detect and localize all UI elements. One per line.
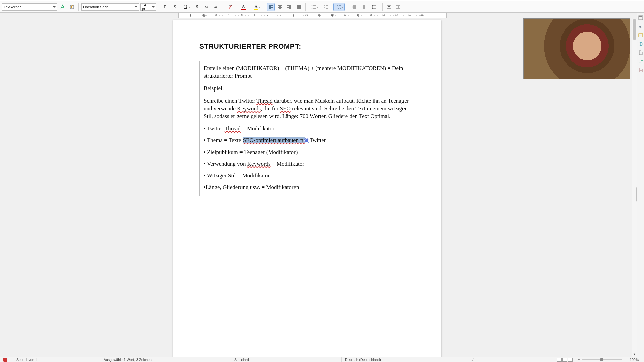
ruler-label: 8 bbox=[280, 13, 281, 16]
ruler-label: 12 bbox=[331, 13, 334, 16]
numbered-list-button[interactable]: 12 bbox=[321, 3, 332, 11]
styles-panel-icon[interactable]: Aa bbox=[638, 23, 644, 29]
text-run: • Witziger Stil = Modifikator bbox=[204, 172, 270, 179]
ruler-label: 4 bbox=[228, 13, 229, 16]
bullet-line[interactable]: • Thema = Texte SEO-optimiert aufbauen f… bbox=[204, 137, 413, 144]
properties-panel-icon[interactable] bbox=[638, 15, 644, 21]
italic-button[interactable]: K bbox=[171, 3, 179, 11]
align-left-button[interactable] bbox=[267, 3, 275, 11]
new-style-icon[interactable] bbox=[68, 3, 76, 11]
navigator-panel-icon[interactable] bbox=[638, 41, 644, 47]
align-center-button[interactable] bbox=[276, 3, 284, 11]
increase-para-spacing-button[interactable] bbox=[385, 3, 393, 11]
page[interactable]: STRUKTURIERTER PROMPT: Erstelle einen (M… bbox=[173, 20, 441, 357]
bullet-line[interactable]: • Twitter Thread = Modifikator bbox=[204, 125, 413, 133]
align-right-button[interactable] bbox=[285, 3, 293, 11]
decrease-indent-button[interactable] bbox=[359, 3, 367, 11]
paragraph[interactable]: Beispiel: bbox=[204, 85, 413, 93]
ruler-label: 9 bbox=[293, 13, 294, 16]
status-insert-mode[interactable] bbox=[452, 357, 466, 362]
ruler-label: 14 bbox=[357, 13, 360, 16]
selected-text: SEO-optimiert aufbauen fü bbox=[243, 137, 305, 143]
frame-corner-icon bbox=[195, 59, 199, 64]
clear-formatting-button[interactable] bbox=[225, 3, 236, 11]
font-size-combo[interactable]: 14 pt bbox=[140, 3, 156, 11]
svg-point-0 bbox=[312, 5, 312, 6]
page-panel-icon[interactable] bbox=[638, 50, 644, 56]
toolbar-separator bbox=[159, 3, 159, 11]
status-signature[interactable] bbox=[466, 357, 479, 362]
ruler-label: 16 bbox=[382, 13, 385, 16]
bullet-line[interactable]: • Zielpublikum = Teenager (Modifikator) bbox=[204, 148, 413, 156]
manage-changes-panel-icon[interactable] bbox=[638, 67, 644, 73]
ruler-label: 7 bbox=[267, 13, 268, 16]
bullet-list-button[interactable] bbox=[308, 3, 319, 11]
paragraph-style-combo[interactable]: Textkörper bbox=[2, 3, 57, 11]
text-frame[interactable]: Erstelle einen (MODIFIKATOR) + (THEMA) +… bbox=[199, 61, 417, 196]
scroll-down-icon[interactable]: ▼ bbox=[632, 352, 637, 357]
status-bar: Seite 1 von 1 Ausgewählt: 1 Wort, 3 Zeic… bbox=[0, 357, 644, 362]
align-justify-button[interactable] bbox=[295, 3, 303, 11]
ruler-label: 5 bbox=[241, 13, 243, 16]
vertical-scrollbar[interactable]: ▲ ▼ bbox=[632, 19, 637, 357]
strikethrough-button[interactable]: S bbox=[193, 3, 201, 11]
status-page-style[interactable]: Standard bbox=[231, 357, 342, 362]
horizontal-ruler[interactable]: 123456789101112131415161718 bbox=[178, 13, 447, 18]
bullet-line[interactable]: • Verwendung von Keywords = Modifikator bbox=[204, 160, 413, 168]
svg-point-2 bbox=[312, 8, 312, 8]
ruler-label: 17 bbox=[395, 13, 398, 16]
line-spacing-button[interactable] bbox=[369, 3, 380, 11]
bold-button[interactable]: F bbox=[161, 3, 169, 11]
ruler-label: 18 bbox=[408, 13, 411, 16]
subscript-label: X bbox=[214, 5, 216, 9]
paragraph[interactable]: Erstelle einen (MODIFIKATOR) + (THEMA) +… bbox=[204, 65, 413, 80]
spellcheck-word: Thread bbox=[225, 125, 241, 132]
text-run: • Zielpublikum = Teenager (Modifikator) bbox=[204, 149, 298, 155]
zoom-slider-knob[interactable] bbox=[600, 358, 603, 361]
paragraph[interactable]: Schreibe einen Twitter Thread darüber, w… bbox=[204, 97, 413, 120]
svg-point-10 bbox=[639, 35, 640, 36]
ruler-label: 11 bbox=[318, 13, 321, 16]
status-language[interactable]: Deutsch (Deutschland) bbox=[342, 357, 452, 362]
ruler-label: 2 bbox=[202, 13, 204, 16]
toolbar-separator bbox=[305, 3, 306, 11]
superscript-button[interactable]: X2 bbox=[202, 3, 210, 11]
increase-indent-button[interactable] bbox=[350, 3, 358, 11]
outline-list-button[interactable] bbox=[333, 3, 345, 11]
toolbar-separator bbox=[264, 3, 264, 11]
toolbar-separator bbox=[347, 3, 347, 11]
document-title: STRUKTURIERTER PROMPT: bbox=[199, 42, 417, 51]
text-run: • Thema = Texte bbox=[204, 137, 243, 143]
text-run: , die für bbox=[261, 105, 280, 112]
highlight-label: A bbox=[254, 4, 258, 10]
zoom-slider[interactable] bbox=[582, 359, 622, 360]
text-run: Twitter bbox=[308, 137, 326, 143]
formatting-toolbar: Textkörper Liberation Serif 14 pt F K U … bbox=[0, 1, 644, 13]
scrollbar-thumb[interactable] bbox=[633, 19, 636, 40]
update-style-icon[interactable] bbox=[59, 3, 67, 11]
font-name-combo[interactable]: Liberation Serif bbox=[81, 3, 139, 11]
subscript-button[interactable]: X2 bbox=[212, 3, 220, 11]
style-inspector-panel-icon[interactable] bbox=[638, 58, 644, 64]
text-run: = Modifikator bbox=[241, 125, 274, 132]
font-color-button[interactable]: A bbox=[237, 3, 249, 11]
highlight-color-button[interactable]: A bbox=[250, 3, 262, 11]
toolbar-separator bbox=[78, 3, 79, 11]
right-panel-bar: Aa bbox=[637, 13, 644, 357]
status-page[interactable]: Seite 1 von 1 bbox=[13, 357, 100, 362]
ruler-label: 6 bbox=[254, 13, 255, 16]
status-zoom[interactable]: 100% bbox=[576, 357, 644, 362]
webcam-overlay bbox=[523, 18, 630, 79]
bullet-line[interactable]: • Witziger Stil = Modifikator bbox=[204, 172, 413, 180]
status-view-buttons[interactable] bbox=[554, 357, 576, 362]
decrease-para-spacing-button[interactable] bbox=[394, 3, 402, 11]
superscript-label: X bbox=[205, 5, 207, 9]
status-selection: Ausgewählt: 1 Wort, 3 Zeichen bbox=[100, 357, 231, 362]
text-run: •Länge, Gliederung usw. = Modifikatoren bbox=[204, 184, 299, 190]
zoom-value: 100% bbox=[624, 358, 641, 362]
status-save-indicator[interactable] bbox=[0, 357, 13, 362]
save-icon bbox=[3, 358, 7, 362]
bullet-line[interactable]: •Länge, Gliederung usw. = Modifikatoren bbox=[204, 184, 413, 191]
underline-button[interactable]: U bbox=[180, 3, 192, 11]
gallery-panel-icon[interactable] bbox=[638, 32, 644, 38]
